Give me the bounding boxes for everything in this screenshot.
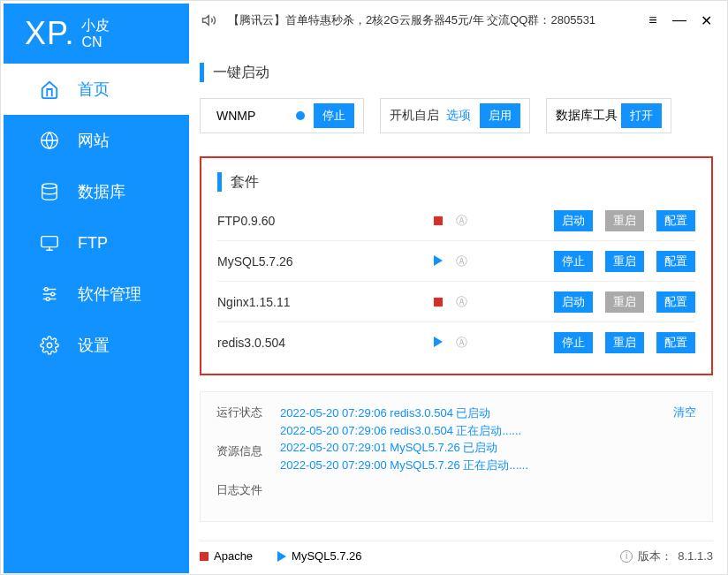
suite-buttons: 停止重启配置 [554, 251, 695, 272]
footer-apache[interactable]: Apache [214, 549, 253, 563]
sidebar: XP. 小皮 CN 首页 网站 数据库 F [4, 4, 189, 573]
quick-start-row: WNMP 停止 开机自启 选项 启用 数据库工具 打开 [200, 98, 713, 133]
nav-settings-label: 设置 [78, 335, 110, 356]
nav-ftp-label: FTP [78, 234, 108, 253]
suite-name: MySQL5.7.26 [217, 254, 428, 269]
gear-icon [39, 335, 60, 356]
stop-button[interactable]: 停止 [554, 251, 593, 272]
autostart-box: 开机自启 选项 启用 [380, 98, 530, 133]
log-res-info-label[interactable]: 资源信息 [216, 443, 280, 459]
svg-point-6 [45, 288, 49, 291]
announce-text[interactable]: 【腾讯云】首单特惠秒杀，2核2G云服务器45元/年 交流QQ群：2805531 [228, 12, 646, 28]
restart-button[interactable]: 重启 [605, 210, 644, 231]
start-button[interactable]: 启动 [554, 210, 593, 231]
play-icon [428, 254, 449, 269]
svg-point-8 [46, 298, 49, 301]
dbtool-open-button[interactable]: 打开 [621, 103, 662, 128]
auto-badge-icon[interactable]: Ⓐ [449, 253, 474, 269]
suite-box: 套件 FTP0.9.60Ⓐ启动重启配置MySQL5.7.26Ⓐ停止重启配置Ngi… [200, 156, 713, 375]
suite-name: redis3.0.504 [217, 336, 428, 350]
info-icon[interactable]: i [620, 550, 633, 563]
close-button[interactable]: ✕ [699, 12, 713, 29]
suite-row: Nginx1.15.11Ⓐ启动重启配置 [217, 282, 695, 322]
svg-rect-2 [42, 237, 57, 247]
footer-version: i 版本： 8.1.1.3 [620, 549, 713, 564]
suite-name: FTP0.9.60 [217, 214, 428, 228]
nav-soft[interactable]: 软件管理 [4, 269, 189, 320]
monitor-icon [39, 232, 60, 253]
nav-soft-label: 软件管理 [78, 284, 141, 305]
suite-buttons: 启动重启配置 [554, 291, 695, 313]
autostart-label: 开机自启 [390, 108, 439, 124]
nav-db-label: 数据库 [78, 181, 125, 202]
sliders-icon [39, 284, 60, 305]
log-line: 2022-05-20 07:29:06 redis3.0.504 已启动 [280, 405, 673, 422]
globe-icon [39, 130, 60, 151]
play-icon [428, 336, 449, 350]
suite-title: 套件 [217, 172, 695, 192]
menu-icon[interactable]: ≡ [646, 12, 660, 29]
dbtool-box: 数据库工具 打开 [546, 98, 671, 133]
nav-home[interactable]: 首页 [4, 64, 189, 115]
config-button[interactable]: 配置 [656, 291, 695, 313]
restart-button[interactable]: 重启 [605, 251, 644, 272]
suite-row: MySQL5.7.26Ⓐ停止重启配置 [217, 241, 695, 282]
svg-point-9 [47, 343, 52, 348]
log-run-status-label[interactable]: 运行状态 [216, 405, 280, 420]
autostart-enable-button[interactable]: 启用 [480, 103, 520, 128]
log-line: 2022-05-20 07:29:06 redis3.0.504 正在启动...… [280, 422, 673, 440]
apache-status-icon [200, 552, 209, 561]
suite-name: Nginx1.15.11 [217, 295, 428, 309]
sound-icon[interactable] [201, 12, 217, 28]
nav-settings[interactable]: 设置 [4, 320, 189, 371]
dbtool-label: 数据库工具 [556, 108, 618, 124]
nav-ftp[interactable]: FTP [4, 217, 189, 269]
log-box: 运行状态 资源信息 日志文件 2022-05-20 07:29:06 redis… [200, 391, 713, 522]
footer-mysql[interactable]: MySQL5.7.26 [292, 549, 362, 563]
wnmp-label: WNMP [216, 109, 255, 123]
stop-icon [428, 214, 449, 228]
stop-button[interactable]: 停止 [554, 332, 593, 353]
quick-start-title: 一键启动 [200, 63, 713, 82]
autostart-options-link[interactable]: 选项 [446, 108, 471, 124]
auto-badge-icon[interactable]: Ⓐ [449, 213, 474, 229]
home-icon [39, 79, 60, 100]
config-button[interactable]: 配置 [656, 332, 695, 353]
logo-cn: 小皮 CN [81, 17, 110, 50]
suite-buttons: 启动重启配置 [554, 210, 695, 231]
svg-point-1 [42, 184, 57, 189]
nav-site-label: 网站 [78, 130, 110, 151]
wnmp-box: WNMP 停止 [200, 98, 364, 133]
log-clear-button[interactable]: 清空 [673, 405, 696, 509]
log-labels: 运行状态 资源信息 日志文件 [216, 405, 280, 509]
footer: Apache MySQL5.7.26 i 版本： 8.1.1.3 [200, 541, 713, 565]
suite-row: redis3.0.504Ⓐ停止重启配置 [217, 322, 695, 363]
svg-point-7 [51, 292, 55, 296]
nav-home-label: 首页 [78, 79, 110, 100]
window-controls: ≡ — ✕ [646, 12, 713, 29]
log-line: 2022-05-20 07:29:00 MySQL5.7.26 正在启动....… [280, 457, 673, 474]
minimize-button[interactable]: — [672, 12, 686, 29]
nav: 首页 网站 数据库 FTP 软件管理 [4, 64, 189, 371]
database-icon [39, 181, 60, 202]
main: 一键启动 WNMP 停止 开机自启 选项 启用 数据库工具 打开 套件 FTP0… [200, 63, 713, 533]
nav-site[interactable]: 网站 [4, 115, 189, 166]
start-button[interactable]: 启动 [554, 291, 593, 313]
restart-button[interactable]: 重启 [605, 291, 644, 313]
auto-badge-icon[interactable]: Ⓐ [449, 294, 474, 310]
suite-buttons: 停止重启配置 [554, 332, 695, 353]
logo: XP. 小皮 CN [4, 4, 189, 64]
restart-button[interactable]: 重启 [605, 332, 644, 353]
titlebar: 【腾讯云】首单特惠秒杀，2核2G云服务器45元/年 交流QQ群：2805531 … [191, 1, 724, 40]
log-file-label[interactable]: 日志文件 [216, 482, 280, 498]
mysql-status-icon [277, 551, 286, 562]
logo-xp: XP. [25, 15, 74, 52]
suite-row: FTP0.9.60Ⓐ启动重启配置 [217, 200, 695, 241]
auto-badge-icon[interactable]: Ⓐ [449, 335, 474, 351]
log-lines: 2022-05-20 07:29:06 redis3.0.504 已启动2022… [280, 405, 673, 509]
config-button[interactable]: 配置 [656, 210, 695, 231]
config-button[interactable]: 配置 [656, 251, 695, 272]
wnmp-stop-button[interactable]: 停止 [314, 103, 354, 128]
nav-db[interactable]: 数据库 [4, 166, 189, 217]
stop-icon [428, 295, 449, 309]
